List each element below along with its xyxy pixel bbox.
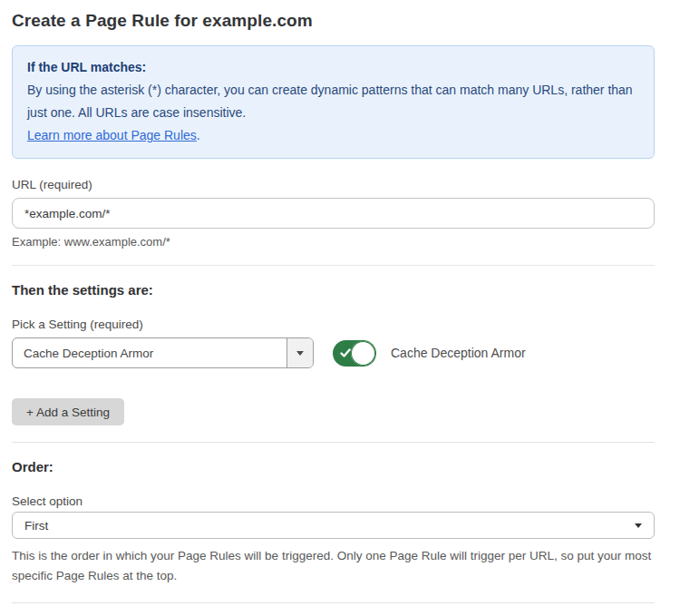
divider <box>12 442 655 443</box>
url-label: URL (required) <box>12 178 655 191</box>
order-select[interactable]: First <box>12 512 655 539</box>
url-match-info-box: If the URL matches: By using the asteris… <box>12 45 655 159</box>
setting-select-value: Cache Deception Armor <box>13 347 287 360</box>
check-icon <box>340 347 351 358</box>
order-select-value: First <box>24 519 48 533</box>
toggle-knob <box>351 341 375 366</box>
divider <box>12 602 655 603</box>
setting-row: Cache Deception Armor Cache Deception Ar… <box>12 337 655 368</box>
order-helper-text: This is the order in which your Page Rul… <box>12 546 655 586</box>
setting-toggle-group: Cache Deception Armor <box>333 340 526 367</box>
url-input[interactable] <box>12 198 655 229</box>
order-select-label: Select option <box>12 494 655 508</box>
info-box-link-line: Learn more about Page Rules. <box>27 124 639 147</box>
info-box-body: By using the asterisk (*) character, you… <box>27 79 639 124</box>
learn-more-link[interactable]: Learn more about Page Rules <box>27 128 197 142</box>
add-setting-button[interactable]: + Add a Setting <box>12 398 124 425</box>
order-section-heading: Order: <box>12 459 655 474</box>
setting-select[interactable]: Cache Deception Armor <box>12 337 314 368</box>
url-helper-text: Example: www.example.com/* <box>12 235 655 249</box>
page-title: Create a Page Rule for example.com <box>12 11 655 31</box>
pick-setting-label: Pick a Setting (required) <box>12 318 655 331</box>
chevron-down-icon[interactable] <box>287 338 313 367</box>
chevron-down-icon <box>635 523 642 528</box>
info-box-heading: If the URL matches: <box>27 56 639 79</box>
link-suffix: . <box>197 128 200 142</box>
settings-section-heading: Then the settings are: <box>12 282 655 298</box>
setting-toggle-label: Cache Deception Armor <box>391 346 526 360</box>
create-page-rule-form: Create a Page Rule for example.com If th… <box>0 0 680 616</box>
setting-toggle[interactable] <box>333 340 376 367</box>
divider <box>12 265 655 266</box>
